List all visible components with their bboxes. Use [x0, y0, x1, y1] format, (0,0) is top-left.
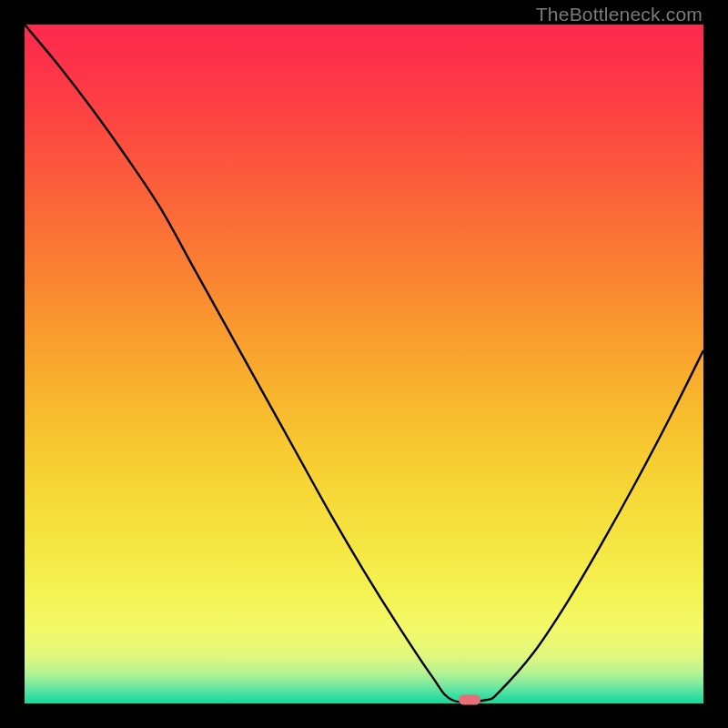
optimum-marker [459, 694, 480, 704]
plot-area [25, 25, 703, 703]
bottleneck-curve [25, 25, 703, 703]
chart-container: { "watermark": "TheBottleneck.com", "mar… [0, 0, 728, 728]
watermark-text: TheBottleneck.com [536, 4, 703, 25]
